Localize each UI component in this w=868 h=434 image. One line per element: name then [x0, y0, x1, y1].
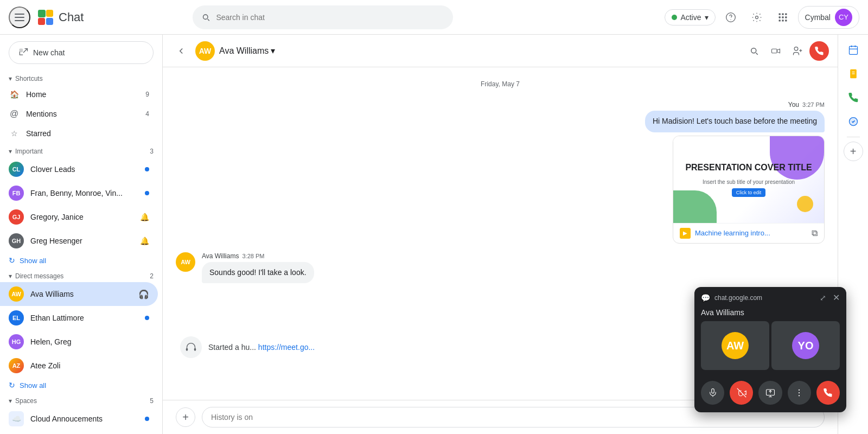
sent-message-1-content: You 3:27 PM Hi Madision! Let's touch bas…	[645, 101, 825, 244]
svg-rect-20	[772, 49, 777, 53]
search-chat-button[interactable]	[744, 41, 764, 61]
sidebar-item-lunch-crew[interactable]: 🍽️ Lunch Crew	[0, 431, 158, 434]
shortcuts-chevron: ▾	[9, 75, 12, 82]
keep-icon	[848, 68, 859, 79]
search-icon	[201, 12, 210, 22]
search-bar[interactable]	[193, 5, 453, 29]
new-chat-label: New chat	[33, 48, 65, 57]
settings-button[interactable]	[746, 7, 768, 28]
home-icon: 🏠	[9, 89, 20, 100]
sidebar-item-greg-hesenger[interactable]: GH Greg Hesenger 🔔	[0, 229, 158, 253]
rotate-icon-2: ↻	[9, 381, 15, 390]
svg-point-42	[799, 392, 800, 393]
active-chevron: ▾	[705, 13, 709, 22]
clover-leads-avatar: CL	[9, 162, 24, 177]
presentation-card[interactable]: PRESENTATION COVER TITLE Insert the sub …	[673, 136, 825, 244]
menu-button[interactable]	[9, 7, 30, 28]
sidebar-item-gregory-janice[interactable]: GJ Gregory, Janice 🔔	[0, 205, 158, 229]
more-options-button[interactable]	[788, 381, 811, 405]
svg-rect-19	[20, 49, 23, 53]
end-call-icon	[814, 46, 824, 56]
end-call-button[interactable]	[809, 41, 829, 61]
sidebar-item-starred[interactable]: ☆ Starred	[0, 124, 158, 143]
direct-chevron: ▾	[9, 272, 12, 280]
video-avatar-1: AW	[722, 332, 749, 359]
video-button[interactable]	[766, 41, 786, 61]
popup-chat-icon: 💬	[701, 293, 710, 302]
rs-keep-icon[interactable]	[843, 63, 864, 85]
rs-phone-icon[interactable]	[843, 87, 864, 108]
chat-user-avatar: AW	[195, 41, 215, 61]
camera-off-button[interactable]	[730, 381, 753, 405]
received-bubble-1: Sounds good! I'll take a look.	[202, 262, 314, 284]
unread-dot-2	[145, 191, 149, 195]
apps-button[interactable]	[772, 7, 794, 28]
screen-share-icon	[765, 388, 775, 398]
video-thumb-1: AW	[701, 321, 769, 370]
chat-user-name[interactable]: Ava Williams ▾	[219, 46, 275, 56]
rs-add-button[interactable]: +	[844, 142, 863, 161]
screen-share-button[interactable]	[758, 381, 782, 405]
chat-header-actions	[744, 41, 829, 61]
new-chat-button[interactable]: New chat	[9, 41, 154, 64]
svg-rect-12	[785, 13, 787, 15]
star-icon: ☆	[9, 128, 20, 139]
end-call-button-popup[interactable]	[816, 381, 840, 405]
popup-close-button[interactable]: ✕	[833, 292, 840, 303]
mute-mic-button[interactable]	[701, 381, 724, 405]
call-controls	[694, 376, 846, 412]
cymbal-label: Cymbal	[805, 13, 831, 22]
cymbal-account[interactable]: Cymbal CY	[798, 6, 859, 29]
top-bar-actions: Active ▾	[665, 6, 859, 29]
add-people-icon	[792, 46, 803, 56]
search-input[interactable]	[216, 13, 444, 22]
mentions-icon: @	[9, 108, 20, 119]
svg-rect-26	[849, 46, 857, 54]
important-header: ▾ Important 3	[0, 143, 162, 157]
sidebar-item-ava-williams[interactable]: AW Ava Williams 🎧	[0, 282, 158, 306]
end-call-popup-icon	[823, 388, 833, 398]
back-button[interactable]	[171, 41, 191, 61]
svg-rect-25	[194, 348, 196, 350]
important-chevron: ▾	[9, 148, 12, 155]
rs-calendar-icon[interactable]	[843, 39, 864, 61]
sidebar-item-mentions[interactable]: @ Mentions 4	[0, 104, 158, 124]
spaces-header: ▾ Spaces 5	[0, 393, 162, 407]
video-thumb-2: YO	[771, 321, 840, 370]
add-people-button[interactable]	[788, 41, 807, 61]
app-title: Chat	[59, 10, 84, 24]
svg-rect-2	[15, 20, 24, 21]
sidebar-item-helen-greg[interactable]: HG Helen, Greg	[0, 330, 158, 354]
sidebar-item-clover-leads[interactable]: CL Clover Leads	[0, 157, 158, 181]
show-all-important[interactable]: ↻ Show all	[0, 253, 162, 268]
helen-greg-avatar: HG	[9, 334, 24, 349]
bell-icon-1: 🔔	[140, 213, 149, 221]
sidebar-item-ethan-lattimore[interactable]: EL Ethan Lattimore	[0, 306, 158, 330]
sidebar-item-home[interactable]: 🏠 Home 9	[0, 85, 158, 104]
popup-expand-button[interactable]: ⤢	[820, 293, 826, 302]
active-status-button[interactable]: Active ▾	[665, 9, 715, 25]
rs-tasks-icon[interactable]	[843, 111, 864, 132]
sent-meta-1: You 3:27 PM	[788, 101, 825, 108]
sidebar: New chat ▾ Shortcuts 🏠 Home 9 @ Mentions…	[0, 35, 163, 434]
system-headphone-icon	[180, 336, 202, 358]
calendar-icon	[848, 44, 859, 55]
svg-point-43	[799, 395, 800, 396]
help-button[interactable]	[720, 7, 742, 28]
sidebar-item-fran-benny[interactable]: FB Fran, Benny, Monroe, Vin...	[0, 181, 158, 205]
sidebar-item-atee-zoli[interactable]: AZ Atee Zoli	[0, 354, 158, 378]
user-avatar: CY	[835, 9, 852, 26]
svg-rect-35	[711, 389, 714, 393]
more-dots-icon	[794, 388, 804, 398]
pres-text-block: PRESENTATION COVER TITLE Insert the sub …	[676, 154, 820, 205]
copy-icon[interactable]: ⧉	[812, 228, 818, 238]
name-chevron: ▾	[271, 46, 275, 56]
svg-rect-18	[785, 20, 787, 21]
video-icon	[771, 46, 781, 56]
show-all-direct[interactable]: ↻ Show all	[0, 378, 162, 393]
greg-hesenger-avatar: GH	[9, 233, 24, 248]
settings-icon	[751, 12, 762, 23]
add-attachment-button[interactable]: +	[176, 407, 195, 427]
apps-icon	[777, 12, 788, 23]
sidebar-item-cloud-ann[interactable]: ☁️ Cloud Annoucements	[0, 407, 158, 431]
